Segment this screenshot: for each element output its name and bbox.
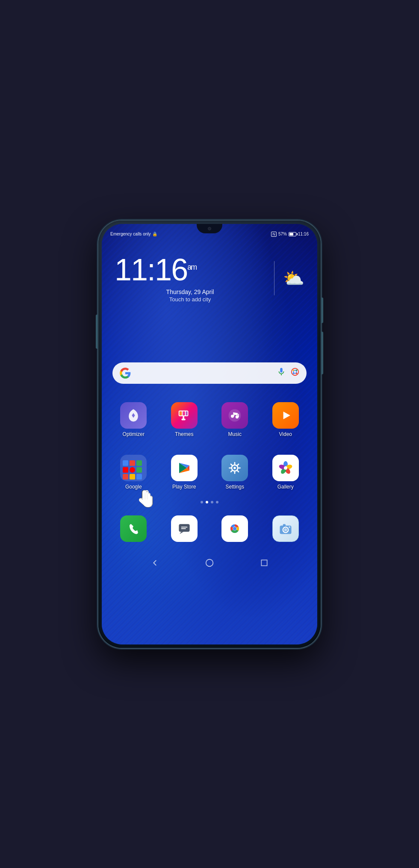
google-logo: [119, 367, 131, 379]
dock-phone[interactable]: [108, 512, 159, 545]
app-item-gallery[interactable]: Gallery: [260, 451, 311, 493]
svg-point-3: [296, 370, 298, 371]
svg-line-26: [238, 471, 239, 472]
clock-left: 11:16am Thursday, 29 April Touch to add …: [115, 254, 266, 303]
clock-time-value: 11:16: [115, 253, 187, 287]
google-label: Google: [125, 484, 142, 490]
svg-point-2: [293, 370, 295, 371]
phone-screen: Emergency calls only 🔒 N 57% 11:16 11:16…: [102, 224, 317, 644]
power-button[interactable]: [321, 297, 323, 323]
svg-line-27: [238, 464, 239, 465]
gallery-label: Gallery: [277, 484, 294, 490]
music-icon: [221, 402, 248, 429]
svg-point-13: [231, 415, 234, 418]
weather-icon: ⛅: [283, 268, 304, 288]
svg-point-46: [289, 526, 290, 528]
dot-3: [211, 501, 213, 503]
svg-point-4: [296, 373, 298, 374]
dot-2: [206, 501, 208, 503]
svg-rect-11: [181, 418, 186, 420]
battery-fill: [289, 233, 293, 235]
app-item-settings[interactable]: Settings: [210, 451, 260, 493]
svg-point-14: [236, 415, 239, 418]
app-item-video[interactable]: Video: [260, 399, 311, 441]
weather-widget[interactable]: ⛅: [283, 268, 304, 288]
clock-time: 11:16am: [115, 254, 266, 285]
dock-chrome[interactable]: [210, 512, 260, 545]
search-bar[interactable]: [112, 362, 307, 384]
video-label: Video: [279, 431, 292, 437]
volume-left-button[interactable]: [96, 315, 98, 349]
battery-bar: [289, 232, 296, 236]
phone-call-icon: [120, 515, 147, 542]
optimizer-icon: [120, 402, 147, 429]
app-item-music[interactable]: Music: [210, 399, 260, 441]
themes-label: Themes: [175, 431, 193, 437]
back-button[interactable]: [149, 557, 161, 569]
google-mini-grid: [119, 457, 145, 483]
app-item-optimizer[interactable]: Optimizer: [108, 399, 159, 441]
dot-1: [201, 501, 203, 503]
dock: [102, 507, 317, 550]
lens-icon[interactable]: [290, 367, 300, 379]
svg-point-35: [284, 466, 287, 470]
svg-rect-7: [179, 411, 182, 415]
app-grid-row1: Optimizer Themes: [102, 388, 317, 445]
nfc-icon: N: [271, 232, 277, 237]
google-folder-icon: [120, 455, 147, 481]
svg-rect-48: [261, 560, 267, 565]
svg-line-28: [231, 471, 232, 472]
svg-point-12: [229, 409, 241, 421]
settings-label: Settings: [226, 484, 244, 490]
dock-messages[interactable]: [159, 512, 210, 545]
home-button[interactable]: [204, 557, 215, 569]
mic-icon[interactable]: [277, 367, 286, 379]
status-left: Emergency calls only 🔒: [110, 232, 157, 236]
time-display-small: 11:16: [298, 232, 309, 236]
recents-button[interactable]: [258, 557, 270, 569]
svg-point-47: [206, 559, 213, 566]
notch: [197, 224, 222, 233]
nav-bar: [102, 553, 317, 575]
clock-date: Thursday, 29 April: [115, 288, 266, 295]
clock-city[interactable]: Touch to add city: [115, 296, 266, 303]
optimizer-label: Optimizer: [123, 431, 145, 437]
playstore-label: Play Store: [172, 484, 196, 490]
music-label: Music: [228, 431, 242, 437]
svg-line-25: [231, 464, 232, 465]
dot-4: [216, 501, 218, 503]
svg-rect-36: [179, 524, 189, 532]
clock-ampm: am: [187, 263, 196, 271]
phone-device: Emergency calls only 🔒 N 57% 11:16 11:16…: [98, 221, 321, 648]
app-item-playstore[interactable]: Play Store: [159, 451, 210, 493]
svg-point-44: [284, 528, 287, 531]
chrome-icon: [221, 515, 248, 542]
video-icon: [272, 402, 299, 429]
svg-point-5: [293, 373, 295, 374]
svg-rect-9: [186, 411, 188, 415]
svg-point-0: [292, 368, 299, 376]
themes-icon: [171, 402, 198, 429]
battery-percent: 57%: [278, 232, 287, 236]
dock-camera[interactable]: [260, 512, 311, 545]
gallery-icon: [272, 455, 299, 481]
app-grid-row2: Google Play Store: [102, 449, 317, 497]
front-camera: [208, 227, 211, 230]
sim-icon: 🔒: [152, 232, 157, 236]
status-right: N 57% 11:16: [271, 232, 309, 237]
emergency-text: Emergency calls only: [110, 232, 150, 236]
clock-divider: [274, 261, 274, 295]
clock-widget[interactable]: 11:16am Thursday, 29 April Touch to add …: [102, 246, 317, 311]
settings-icon: [221, 455, 248, 481]
volume-button[interactable]: [321, 332, 323, 374]
messages-icon: [171, 515, 198, 542]
page-dots: [102, 501, 317, 503]
playstore-icon: [171, 455, 198, 481]
app-item-themes[interactable]: Themes: [159, 399, 210, 441]
svg-rect-45: [283, 524, 285, 526]
svg-point-20: [234, 467, 236, 469]
svg-point-41: [233, 527, 236, 530]
camera-icon: [272, 515, 299, 542]
svg-marker-17: [283, 412, 290, 419]
app-item-google[interactable]: Google: [108, 451, 159, 493]
